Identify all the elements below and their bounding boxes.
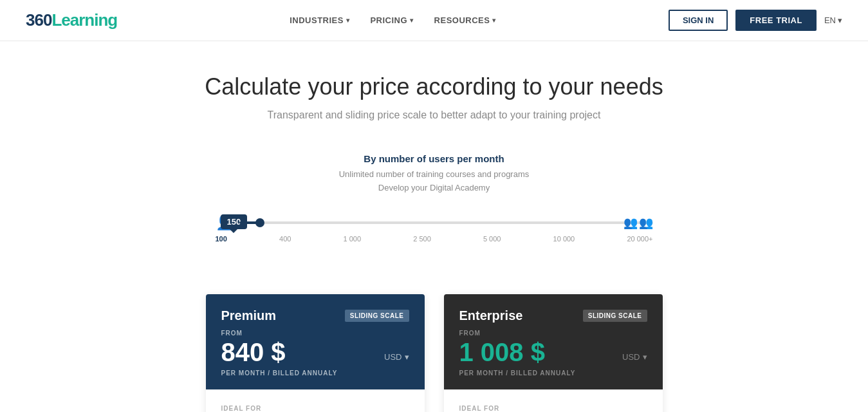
slider-section-label: By number of users per month — [13, 153, 855, 164]
slider-container: 150 👤 👥 👥 100 400 1 000 2 500 5 000 10 0… — [209, 214, 660, 262]
tick-400: 400 — [279, 235, 291, 243]
logo-text: 360Learning — [26, 10, 117, 30]
hero-subtitle: Transparent and sliding price scale to b… — [13, 109, 855, 121]
enterprise-card-body: IDEAL FOR Enterprises scaling their lear… — [444, 389, 663, 412]
nav-actions: SIGN IN FREE TRIAL EN ▾ — [669, 10, 842, 31]
premium-from-label: FROM — [221, 330, 409, 337]
multi-user-icon: 👥 👥 — [623, 216, 653, 230]
enterprise-card: Enterprise SLIDING SCALE FROM 1 008 $ US… — [444, 294, 663, 412]
logo[interactable]: 360Learning — [26, 10, 117, 30]
slider-thumb[interactable] — [255, 218, 264, 227]
chevron-down-icon: ▾ — [838, 15, 842, 25]
slider-track[interactable]: 👥 👥 — [239, 221, 653, 224]
nav-resources[interactable]: RESOURCES ▾ — [434, 15, 496, 25]
free-trial-button[interactable]: FREE TRIAL — [735, 10, 817, 31]
chevron-down-icon: ▾ — [346, 17, 350, 24]
tick-2500: 2 500 — [413, 235, 431, 243]
premium-sliding-scale-badge: SLIDING SCALE — [345, 310, 409, 322]
hero-title: Calculate your price according to your n… — [13, 73, 855, 100]
tick-100: 100 — [216, 235, 227, 243]
slider-ticks: 100 400 1 000 2 500 5 000 10 000 20 000+ — [209, 231, 660, 243]
enterprise-card-header: Enterprise SLIDING SCALE FROM 1 008 $ US… — [444, 294, 663, 389]
chevron-down-icon: ▾ — [410, 17, 414, 24]
enterprise-sliding-scale-badge: SLIDING SCALE — [583, 310, 647, 322]
premium-per-month: PER MONTH / BILLED ANNUALY — [221, 370, 409, 377]
premium-card-body: IDEAL FOR Enterprises that want a custom… — [206, 389, 425, 412]
enterprise-price: 1 008 $ — [459, 338, 545, 367]
slider-sublabels: Unlimited number of training courses and… — [13, 168, 855, 195]
enterprise-per-month: PER MONTH / BILLED ANNUALY — [459, 370, 647, 377]
navbar: 360Learning INDUSTRIES ▾ PRICING ▾ RESOU… — [0, 0, 868, 41]
nav-industries[interactable]: INDUSTRIES ▾ — [290, 15, 349, 25]
enterprise-ideal-label: IDEAL FOR — [459, 405, 647, 412]
tick-5000: 5 000 — [483, 235, 501, 243]
premium-card: Premium SLIDING SCALE FROM 840 $ USD ▾ P… — [206, 294, 425, 412]
premium-currency-selector[interactable]: USD ▾ — [384, 352, 409, 367]
nav-links: INDUSTRIES ▾ PRICING ▾ RESOURCES ▾ — [290, 15, 496, 25]
premium-card-name: Premium — [221, 308, 277, 323]
chevron-down-icon: ▾ — [643, 352, 647, 362]
tick-10000: 10 000 — [553, 235, 575, 243]
premium-card-header: Premium SLIDING SCALE FROM 840 $ USD ▾ P… — [206, 294, 425, 389]
chevron-down-icon: ▾ — [492, 17, 496, 24]
nav-pricing[interactable]: PRICING ▾ — [370, 15, 413, 25]
hero-section: Calculate your price according to your n… — [0, 41, 868, 134]
tick-1000: 1 000 — [344, 235, 362, 243]
language-selector[interactable]: EN ▾ — [824, 15, 842, 25]
enterprise-currency-selector[interactable]: USD ▾ — [622, 352, 647, 367]
slider-sub1: Unlimited number of training courses and… — [13, 168, 855, 182]
premium-ideal-label: IDEAL FOR — [221, 405, 409, 412]
enterprise-card-name: Enterprise — [459, 308, 523, 323]
enterprise-from-label: FROM — [459, 330, 647, 337]
signin-button[interactable]: SIGN IN — [669, 10, 728, 31]
slider-sub2: Develop your Digital Academy — [13, 182, 855, 195]
tick-20000: 20 000+ — [627, 235, 652, 243]
chevron-down-icon: ▾ — [405, 352, 409, 362]
premium-price: 840 $ — [221, 338, 286, 367]
slider-section: By number of users per month Unlimited n… — [0, 134, 868, 268]
slider-track-row: 👤 👥 👥 — [209, 214, 660, 231]
pricing-cards: Premium SLIDING SCALE FROM 840 $ USD ▾ P… — [80, 268, 788, 412]
